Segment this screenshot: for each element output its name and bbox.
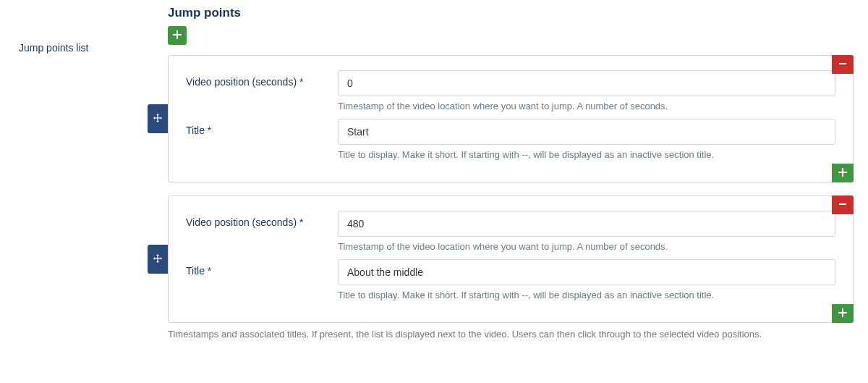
svg-rect-1 <box>173 34 182 35</box>
svg-marker-14 <box>161 257 162 260</box>
add-item-below-button[interactable] <box>832 304 854 323</box>
minus-icon <box>838 199 847 211</box>
minus-icon <box>838 59 847 70</box>
video-position-label: Video position (seconds) * <box>186 70 338 88</box>
jump-points-list-label: Jump points list <box>14 42 168 54</box>
jump-point-panel: Video position (seconds) * Timestamp of … <box>168 55 854 182</box>
svg-marker-5 <box>161 117 162 119</box>
svg-rect-17 <box>839 203 846 205</box>
svg-marker-4 <box>153 117 155 119</box>
svg-rect-16 <box>155 258 161 258</box>
svg-marker-13 <box>153 257 155 260</box>
video-position-label: Video position (seconds) * <box>186 211 338 228</box>
title-input[interactable] <box>338 259 835 285</box>
title-input[interactable] <box>338 119 835 145</box>
svg-rect-7 <box>155 117 161 118</box>
title-help: Title to display. Make it short. If star… <box>338 149 835 160</box>
video-position-input[interactable] <box>338 211 835 237</box>
title-help: Title to display. Make it short. If star… <box>338 290 835 300</box>
svg-rect-8 <box>839 63 846 64</box>
remove-item-button[interactable] <box>832 195 854 214</box>
jump-point-panel: Video position (seconds) * Timestamp of … <box>168 195 854 323</box>
svg-marker-3 <box>156 121 159 122</box>
plus-icon <box>838 308 847 319</box>
drag-handle[interactable] <box>148 245 168 274</box>
plus-icon <box>838 167 847 179</box>
svg-marker-12 <box>156 261 159 263</box>
move-icon <box>153 113 162 125</box>
svg-rect-10 <box>838 172 847 173</box>
move-icon <box>153 253 162 265</box>
plus-icon <box>173 30 182 41</box>
drag-handle[interactable] <box>148 104 168 133</box>
title-label: Title * <box>186 119 338 136</box>
remove-item-button[interactable] <box>832 55 854 74</box>
video-position-help: Timestamp of the video location where yo… <box>338 101 835 111</box>
svg-rect-19 <box>838 312 847 313</box>
section-heading: Jump points <box>168 6 854 26</box>
svg-marker-2 <box>156 114 159 115</box>
video-position-help: Timestamp of the video location where yo… <box>338 241 835 252</box>
jump-points-list-help: Timestamps and associated titles. If pre… <box>168 329 854 340</box>
add-item-button-top[interactable] <box>168 26 187 45</box>
video-position-input[interactable] <box>338 70 835 96</box>
title-label: Title * <box>186 259 338 277</box>
svg-marker-11 <box>156 254 159 256</box>
add-item-below-button[interactable] <box>832 164 854 182</box>
